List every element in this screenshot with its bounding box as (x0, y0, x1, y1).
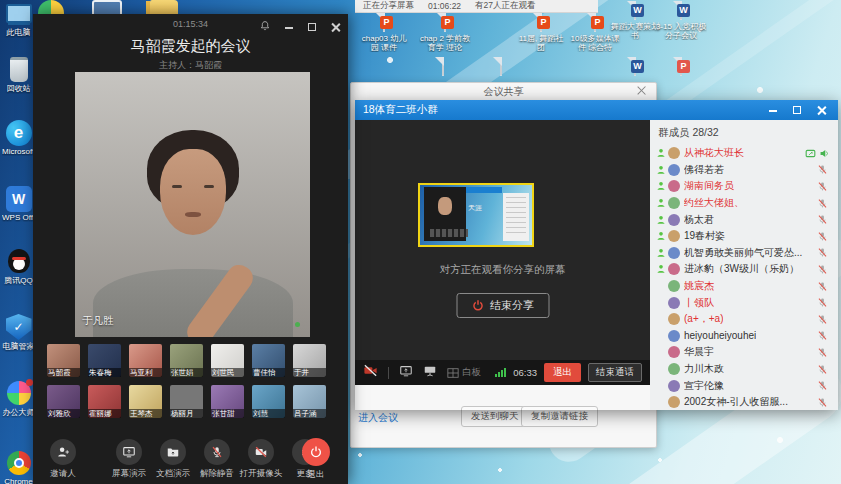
member-row[interactable]: 进冰豹（3W级川（乐奶） (656, 261, 838, 278)
mic-muted-icon[interactable] (817, 231, 828, 242)
mic-muted-icon[interactable] (817, 264, 828, 275)
minimize-button[interactable] (284, 22, 294, 32)
close-button[interactable] (330, 22, 340, 32)
mic-muted-icon[interactable] (817, 330, 828, 341)
whiteboard-button[interactable]: 白板 (447, 366, 481, 379)
mic-muted-icon[interactable] (817, 164, 828, 175)
member-row[interactable]: 宣宇伦豫 (656, 377, 838, 394)
members-header: 群成员 28/32 (658, 126, 838, 140)
desktop-icon-wps[interactable]: WWPS Office (2, 186, 35, 222)
desktop-file[interactable]: P (655, 58, 707, 78)
desktop-file[interactable]: W (609, 58, 661, 78)
main-video-feed[interactable]: 于凡胜 (75, 72, 310, 337)
desktop-icon-qq[interactable]: 腾讯QQ (2, 248, 35, 286)
mic-muted-icon[interactable] (817, 380, 828, 391)
participant-thumbnails: 马韶霞朱春梅马亚利张世娟刘世民曹佳怡于井刘雅欣霍丽娜王琴杰杨丽月张甘甜刘慧吕子涵 (47, 344, 339, 420)
member-row[interactable]: 约丝大佬姐、 (656, 195, 838, 212)
enter-meeting-link[interactable]: 进入会议 (358, 411, 398, 425)
grid-icon (447, 367, 459, 379)
mic-muted-icon[interactable] (817, 247, 828, 258)
unmute-button[interactable]: 解除静音 (195, 439, 239, 480)
end-share-button[interactable]: 结束分享 (456, 293, 549, 318)
member-row[interactable]: 19春村姿 (656, 228, 838, 245)
desktop-icon-recycle-bin[interactable]: 回收站 (2, 56, 35, 94)
mic-muted-icon[interactable] (817, 347, 828, 358)
qq-share-stage: 天涯 对方正在观看你分享的屏幕 结束分享 白板 06:33 (355, 120, 650, 385)
participant-thumbnail[interactable]: 吕子涵 (293, 385, 326, 420)
participant-thumbnail[interactable]: 马韶霞 (47, 344, 80, 379)
invite-button[interactable]: 邀请人 (41, 439, 85, 480)
member-row[interactable]: 机智勇敢美丽帅气可爱怂... (656, 245, 838, 262)
speaking-icon (805, 148, 830, 159)
qq-titlebar[interactable]: 18体育二班小群 (355, 100, 838, 120)
end-call-button[interactable]: 结束通话 (588, 363, 642, 382)
member-row[interactable]: 湖南间务员 (656, 178, 838, 195)
member-row[interactable]: 姚宸杰 (656, 278, 838, 295)
participant-thumbnail[interactable]: 于井 (293, 344, 326, 379)
member-row[interactable]: (a+，+a) (656, 311, 838, 328)
maximize-button[interactable] (792, 105, 802, 115)
avatar (668, 280, 680, 292)
participant-thumbnail[interactable]: 刘雅欣 (47, 385, 80, 420)
mic-muted-icon[interactable] (817, 181, 828, 192)
member-row[interactable]: 力川木政 (656, 361, 838, 378)
participant-name: 马亚利 (129, 368, 162, 377)
participant-thumbnail[interactable]: 王琴杰 (129, 385, 162, 420)
participant-thumbnail[interactable]: 曹佳怡 (252, 344, 285, 379)
mic-muted-icon[interactable] (817, 297, 828, 308)
participant-thumbnail[interactable]: 张甘甜 (211, 385, 244, 420)
dialog-title: 会议共享 (351, 85, 656, 99)
participant-thumbnail[interactable]: 霍丽娜 (88, 385, 121, 420)
minimize-button[interactable] (768, 105, 778, 115)
mic-muted-icon[interactable] (817, 198, 828, 209)
member-row[interactable]: 华晨宇 (656, 344, 838, 361)
member-name: 2002女神-引人收留服... (684, 395, 788, 409)
desktop-file[interactable] (475, 58, 527, 78)
close-button[interactable] (816, 105, 826, 115)
member-row[interactable]: 佛得若若 (656, 162, 838, 179)
member-name: 从神花大班长 (684, 146, 744, 160)
exit-button[interactable]: 退出 (544, 363, 581, 382)
screen-share-status-bar[interactable]: 正在分享屏幕 01:06:22 有27人正在观看 (355, 0, 598, 13)
mic-muted-icon[interactable] (817, 281, 828, 292)
member-row[interactable]: 丨领队 (656, 294, 838, 311)
camera-off-icon[interactable] (363, 363, 378, 382)
member-row[interactable]: heiyouheiyouhei (656, 328, 838, 345)
meeting-host: 主持人：马韶霞 (33, 59, 348, 72)
shared-screen-preview[interactable]: 天涯 (418, 183, 534, 247)
desktop-icon-this-pc[interactable]: 此电脑 (2, 0, 35, 38)
mic-muted-icon[interactable] (817, 214, 828, 225)
projector-icon[interactable] (423, 364, 437, 382)
desktop-icon-office-suite[interactable]: 办公大师 (2, 380, 35, 418)
avatar (668, 380, 680, 392)
doc-share-button[interactable]: 文档演示 (151, 439, 195, 480)
desktop-icon-chrome[interactable]: Chrome (2, 450, 35, 484)
participant-name: 霍丽娜 (88, 409, 121, 418)
participant-thumbnail[interactable]: 马亚利 (129, 344, 162, 379)
member-row[interactable]: 2002女神-引人收留服... (656, 394, 838, 410)
avatar (668, 247, 680, 259)
participant-thumbnail[interactable]: 朱春梅 (88, 344, 121, 379)
participant-thumbnail[interactable]: 刘慧 (252, 385, 285, 420)
screen-share-icon[interactable] (399, 364, 413, 382)
participant-thumbnail[interactable]: 刘世民 (211, 344, 244, 379)
desktop-icon-pc-manager[interactable]: ✓电脑管家 (2, 314, 35, 352)
mic-muted-icon[interactable] (817, 397, 828, 408)
desktop-icon-edge[interactable]: eMicrosoft Edge (2, 120, 35, 156)
avatar (668, 263, 680, 275)
exit-meeting-button[interactable]: 退出 (294, 438, 338, 481)
member-row[interactable]: 杨太君 (656, 211, 838, 228)
close-icon[interactable] (637, 86, 646, 95)
open-camera-button[interactable]: 打开摄像头 (239, 439, 283, 480)
edge-icon: e (6, 120, 32, 146)
participant-thumbnail[interactable]: 张世娟 (170, 344, 203, 379)
bell-icon[interactable] (259, 18, 271, 36)
mic-muted-icon[interactable] (817, 364, 828, 375)
participant-thumbnail[interactable]: 杨丽月 (170, 385, 203, 420)
maximize-button[interactable] (307, 22, 317, 32)
preview-label: 天涯 (468, 203, 482, 213)
desktop-file[interactable] (417, 58, 469, 78)
member-row[interactable]: 从神花大班长 (656, 145, 838, 162)
mic-muted-icon[interactable] (817, 314, 828, 325)
screen-share-button[interactable]: 屏幕演示 (107, 439, 151, 480)
